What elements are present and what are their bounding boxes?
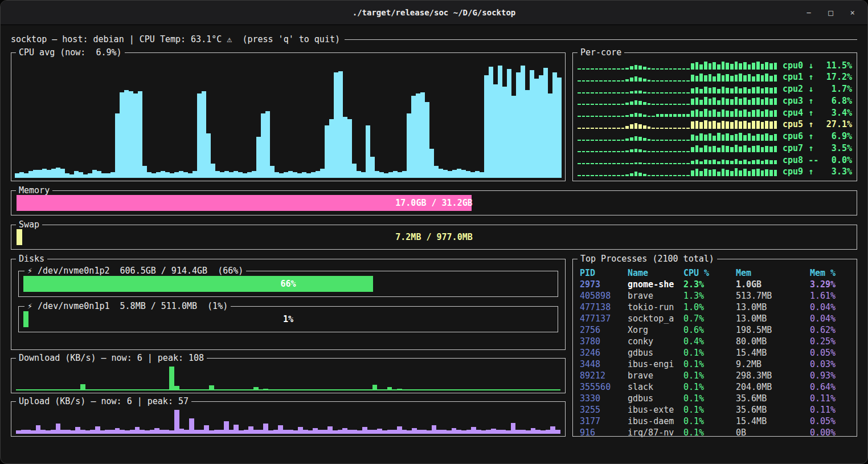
upload-title: Upload (KB/s) — now: 6 | peak: 57 [16, 396, 191, 406]
per-core-rows: cpu0 ↓11.5%cpu1 ↑17.2%cpu2 ↓ 1.7%cpu3 ↑ … [578, 60, 852, 177]
core-label: cpu2 ↓ 1.7% [783, 84, 852, 94]
history-bar [699, 161, 703, 164]
history-bar [621, 92, 625, 93]
history-bar [194, 430, 199, 434]
history-bar [582, 104, 586, 105]
history-bar [591, 116, 594, 117]
history-bar [402, 171, 407, 178]
history-bar [717, 161, 720, 164]
process-row[interactable]: 405898brave1.3%513.7MB1.61% [580, 290, 851, 302]
history-bar [578, 128, 581, 129]
process-name: socktop_a [628, 314, 683, 324]
history-bar [65, 389, 71, 390]
history-bar [179, 389, 185, 390]
history-bar [656, 68, 660, 70]
memory-panel: Memory 17.0GB / 31.2GB 17.0GB / 31.2GB [11, 190, 857, 215]
maximize-button[interactable]: □ [828, 8, 833, 17]
process-row[interactable]: 916irq/87-nv0.1%0B0.00% [580, 427, 851, 438]
process-mem-pct: 0.00% [810, 428, 851, 438]
core-usage-value: 3.4% [826, 108, 852, 118]
history-bar [761, 111, 764, 117]
history-bar [582, 140, 586, 141]
process-row[interactable]: 3448ibus-engi0.1%9.2MB0.03% [580, 359, 851, 370]
process-row[interactable]: 355560slack0.1%204.0MB0.64% [580, 381, 851, 393]
history-bar [420, 92, 425, 178]
history-bar [357, 171, 361, 178]
process-row[interactable]: 2973gnome-she2.3%1.0GB3.29% [580, 279, 851, 290]
process-row[interactable]: 2756Xorg0.6%198.5MB0.62% [580, 324, 851, 336]
process-row[interactable]: 3330gdbus0.1%35.6MB0.11% [580, 393, 851, 404]
history-bar [682, 151, 686, 152]
history-bar [316, 171, 320, 178]
history-bar [625, 139, 629, 141]
history-bar [206, 133, 211, 178]
history-bar [625, 103, 629, 105]
history-bar [756, 97, 760, 105]
history-bar [506, 389, 511, 390]
process-row[interactable]: 477138tokio-run1.0%13.0MB0.04% [580, 302, 851, 313]
history-bar [699, 74, 703, 82]
history-bar [691, 121, 694, 129]
history-bar [709, 160, 712, 164]
process-cpu: 1.3% [683, 291, 736, 301]
history-bar [612, 116, 616, 117]
history-bar [65, 430, 71, 434]
history-bar [491, 429, 496, 434]
history-bar [717, 172, 720, 176]
history-bar [643, 138, 646, 141]
history-bar [268, 389, 273, 390]
process-row[interactable]: 3255ibus-exte0.1%35.6MB0.11% [580, 404, 851, 416]
history-bar [709, 63, 712, 70]
history-bar [656, 163, 660, 164]
history-bar [586, 163, 589, 164]
history-bar [612, 128, 616, 129]
process-row[interactable]: 3246gdbus0.1%15.4MB0.05% [580, 347, 851, 359]
process-mem: 198.5MB [736, 325, 810, 335]
history-bar [648, 92, 651, 93]
history-bar [630, 149, 633, 152]
history-bar [582, 116, 586, 117]
history-bar [421, 389, 427, 390]
history-bar [665, 151, 668, 152]
history-bar [347, 119, 352, 178]
history-bar [756, 169, 760, 176]
process-row[interactable]: 89212brave0.1%298.3MB0.93% [580, 370, 851, 381]
history-bar [630, 78, 633, 82]
process-pid: 89212 [580, 371, 628, 381]
swap-gauge: 7.2MB / 977.0MB [17, 229, 851, 245]
close-button[interactable]: × [850, 8, 855, 17]
history-bar [539, 75, 543, 178]
process-row[interactable]: 3780conky0.4%80.0MB0.25% [580, 336, 851, 347]
history-bar [673, 163, 677, 164]
history-bar [630, 137, 633, 141]
history-bar [402, 389, 407, 390]
history-bar [735, 109, 738, 117]
disk-gauge-label: 1% [23, 311, 553, 327]
history-bar [16, 389, 21, 390]
history-bar [722, 87, 725, 93]
process-row[interactable]: 477137socktop_a0.7%13.0MB0.04% [580, 313, 851, 324]
process-row[interactable]: 3177ibus-daem0.1%15.4MB0.05% [580, 416, 851, 427]
history-bar [202, 91, 206, 178]
history-bar [327, 389, 333, 390]
core-usage-value: 6.9% [826, 131, 852, 141]
process-mem: 1.0GB [736, 279, 810, 290]
history-bar [26, 430, 31, 434]
history-bar [491, 389, 496, 390]
history-bar [604, 116, 607, 117]
process-mem: 298.3MB [736, 371, 810, 381]
history-bar [398, 172, 402, 178]
core-label: cpu1 ↑17.2% [783, 72, 852, 82]
history-bar [470, 172, 475, 178]
history-bar [660, 114, 664, 117]
process-cpu: 0.1% [683, 382, 736, 392]
history-bar [169, 367, 174, 390]
core-usage-value: 11.5% [826, 60, 852, 71]
history-bar [19, 172, 24, 178]
history-bar [669, 104, 673, 105]
history-bar [691, 135, 694, 141]
bottom-left-column: Disks ⚡ /dev/nvme0n1p2 606.5GB / 914.4GB… [11, 259, 566, 437]
minimize-button[interactable]: − [806, 8, 811, 17]
history-bar [673, 92, 677, 93]
history-bar [279, 173, 284, 178]
